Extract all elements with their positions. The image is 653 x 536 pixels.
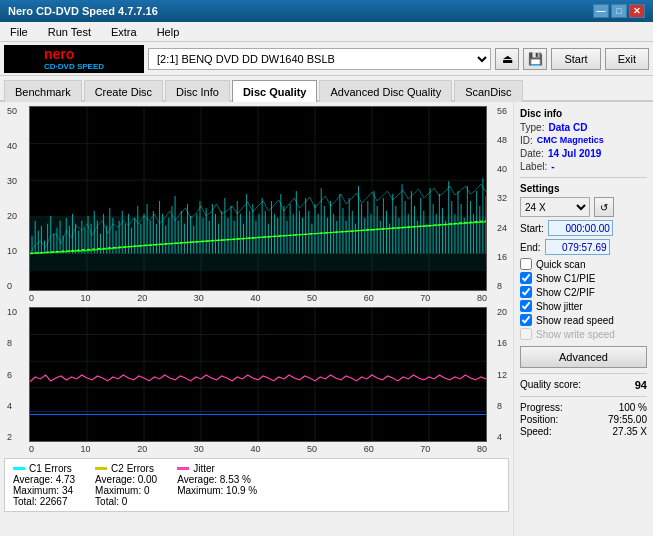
show-read-speed-label: Show read speed (536, 315, 614, 326)
disc-type-label: Type: (520, 122, 544, 133)
quick-scan-row: Quick scan (520, 258, 647, 270)
refresh-icon[interactable]: ↺ (594, 197, 614, 217)
menu-help[interactable]: Help (151, 25, 186, 39)
end-input[interactable] (545, 239, 610, 255)
disc-label-value: - (551, 161, 554, 172)
quality-score-label: Quality score: (520, 379, 581, 391)
legend: C1 Errors Average: 4.73 Maximum: 34 Tota… (4, 458, 509, 512)
show-c2-checkbox[interactable] (520, 286, 532, 298)
start-label: Start: (520, 223, 544, 234)
app-title: Nero CD-DVD Speed 4.7.7.16 (8, 5, 158, 17)
disc-label-row: Label: - (520, 161, 647, 172)
save-icon[interactable]: 💾 (523, 48, 547, 70)
tab-disc-quality[interactable]: Disc Quality (232, 80, 318, 103)
disc-date-label: Date: (520, 148, 544, 159)
top-chart-x-axis: 0 10 20 30 40 50 60 70 80 (4, 293, 509, 303)
progress-value: 100 % (619, 402, 647, 413)
eject-icon[interactable]: ⏏ (495, 48, 519, 70)
product-subtitle: CD·DVD SPEED (44, 62, 104, 71)
top-chart-y-right: 56 48 40 32 24 16 8 (497, 106, 507, 291)
end-row: End: (520, 239, 647, 255)
menu-file[interactable]: File (4, 25, 34, 39)
advanced-button[interactable]: Advanced (520, 346, 647, 368)
bottom-chart-wrapper: 10 8 6 4 2 (29, 307, 487, 442)
show-jitter-label: Show jitter (536, 301, 583, 312)
progress-label: Progress: (520, 402, 563, 413)
title-bar: Nero CD-DVD Speed 4.7.7.16 — □ ✕ (0, 0, 653, 22)
speed-label: Speed: (520, 426, 552, 437)
start-button[interactable]: Start (551, 48, 600, 70)
top-chart-wrapper: 50 40 30 20 10 0 (29, 106, 487, 291)
quality-score-row: Quality score: 94 (520, 379, 647, 391)
c2-avg-row: Average: 0.00 (95, 474, 157, 485)
tab-disc-info[interactable]: Disc Info (165, 80, 230, 102)
show-read-speed-checkbox[interactable] (520, 314, 532, 326)
disc-id-label: ID: (520, 135, 533, 146)
c2-total-row: Total: 0 (95, 496, 157, 507)
progress-section: Progress: 100 % Position: 79:55.00 Speed… (520, 402, 647, 437)
toolbar: nero CD·DVD SPEED [2:1] BENQ DVD DD DW16… (0, 42, 653, 76)
show-jitter-row: Show jitter (520, 300, 647, 312)
speed-value: 27.35 X (613, 426, 647, 437)
exit-button[interactable]: Exit (605, 48, 649, 70)
jitter-label: Jitter (193, 463, 215, 474)
start-input[interactable] (548, 220, 613, 236)
show-read-speed-row: Show read speed (520, 314, 647, 326)
minimize-button[interactable]: — (593, 4, 609, 18)
drive-select[interactable]: [2:1] BENQ DVD DD DW1640 BSLB (148, 48, 491, 70)
bottom-chart-svg (30, 308, 486, 441)
tab-scandisc[interactable]: ScanDisc (454, 80, 522, 102)
show-jitter-checkbox[interactable] (520, 300, 532, 312)
menu-bar: File Run Test Extra Help (0, 22, 653, 42)
settings-title: Settings (520, 183, 647, 194)
top-chart-svg (30, 107, 486, 290)
menu-extra[interactable]: Extra (105, 25, 143, 39)
disc-id-row: ID: CMC Magnetics (520, 135, 647, 146)
bottom-chart-x-axis: 0 10 20 30 40 50 60 70 80 (4, 444, 509, 454)
disc-date-row: Date: 14 Jul 2019 (520, 148, 647, 159)
show-write-speed-row: Show write speed (520, 328, 647, 340)
jitter-max-row: Maximum: 10.9 % (177, 485, 257, 496)
window-controls: — □ ✕ (593, 4, 645, 18)
speed-row: Speed: 27.35 X (520, 426, 647, 437)
maximize-button[interactable]: □ (611, 4, 627, 18)
show-c1-row: Show C1/PIE (520, 272, 647, 284)
tab-create-disc[interactable]: Create Disc (84, 80, 163, 102)
disc-type-value: Data CD (548, 122, 587, 133)
jitter-avg-row: Average: 8.53 % (177, 474, 257, 485)
jitter-color-dot (177, 467, 189, 470)
c1-total-row: Total: 22667 (13, 496, 75, 507)
c1-color-dot (13, 467, 25, 470)
disc-info-title: Disc info (520, 108, 647, 119)
menu-run-test[interactable]: Run Test (42, 25, 97, 39)
show-c1-checkbox[interactable] (520, 272, 532, 284)
divider-1 (520, 177, 647, 178)
top-chart (29, 106, 487, 291)
main-content: 50 40 30 20 10 0 (0, 102, 653, 536)
nero-logo: nero (44, 46, 104, 62)
divider-3 (520, 396, 647, 397)
progress-row: Progress: 100 % (520, 402, 647, 413)
quick-scan-checkbox[interactable] (520, 258, 532, 270)
end-label: End: (520, 242, 541, 253)
disc-id-value: CMC Magnetics (537, 135, 604, 146)
tab-benchmark[interactable]: Benchmark (4, 80, 82, 102)
position-value: 79:55.00 (608, 414, 647, 425)
close-button[interactable]: ✕ (629, 4, 645, 18)
quick-scan-label: Quick scan (536, 259, 585, 270)
logo: nero CD·DVD SPEED (4, 45, 144, 73)
c1-avg-row: Average: 4.73 (13, 474, 75, 485)
start-row: Start: (520, 220, 647, 236)
show-c1-label: Show C1/PIE (536, 273, 595, 284)
show-c2-label: Show C2/PIF (536, 287, 595, 298)
tab-bar: Benchmark Create Disc Disc Info Disc Qua… (0, 76, 653, 102)
speed-select[interactable]: 24 X (520, 197, 590, 217)
position-label: Position: (520, 414, 558, 425)
bottom-chart (29, 307, 487, 442)
legend-c1: C1 Errors Average: 4.73 Maximum: 34 Tota… (13, 463, 75, 507)
bottom-chart-y-right: 20 16 12 8 4 (497, 307, 507, 442)
tab-advanced-disc-quality[interactable]: Advanced Disc Quality (319, 80, 452, 102)
disc-type-row: Type: Data CD (520, 122, 647, 133)
c1-label: C1 Errors (29, 463, 72, 474)
top-chart-y-left: 50 40 30 20 10 0 (7, 106, 17, 291)
